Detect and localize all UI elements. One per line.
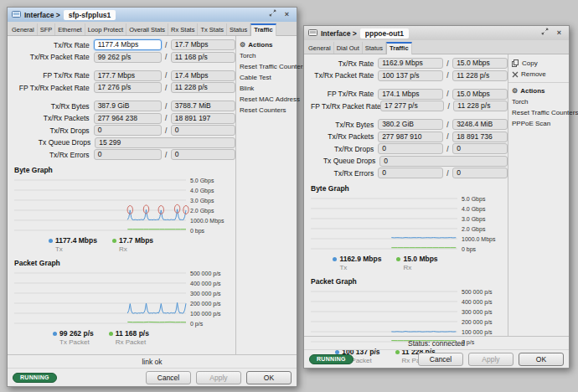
apply-button[interactable]: Apply [468,353,513,366]
packet-graph-title: Packet Graph [14,259,235,267]
ok-button[interactable]: OK [246,371,292,384]
action-reset-traffic-counters[interactable]: Reset Traffic Counters [236,61,297,72]
tab-status[interactable]: Status [363,42,386,54]
field-value-rx[interactable]: 17.4 Mbps [171,70,235,81]
action-blink[interactable]: Blink [236,83,297,94]
field-value-tx[interactable]: 380.2 GiB [378,119,442,130]
titlebar[interactable]: Interface > sfp-sfpplus1 × [8,8,297,22]
field-row-fp-tx-rx-packet-rate: FP Tx/Rx Packet Rate17 277 p/s/11 228 p/… [311,101,508,111]
cancel-button[interactable]: Cancel [146,371,191,384]
field-label: Tx Queue Drops [311,157,379,165]
axis-tick-label: 2.0 Gbps [462,226,486,233]
field-value-tx[interactable]: 387.9 GiB [94,101,162,111]
field-row-tx-rx-rate: Tx/Rx Rate1177.4 Mbps/17.7 Mbps [14,39,235,50]
byte-graph-section: Byte Graph 5.0 Gbps4.0 Gbps3.0 Gbps2.0 G… [311,184,508,271]
field-value-tx[interactable]: 174.1 Mbps [378,89,442,100]
slash-separator: / [443,90,453,98]
gear-icon: ⚙ [512,87,518,95]
side-item-copy[interactable]: Copy [508,58,569,69]
field-value-tx[interactable]: 0 [94,125,162,136]
field-value-tx[interactable]: 0 [378,143,442,154]
field-value-tx[interactable]: 17 276 p/s [94,82,162,93]
field-value-rx[interactable]: 11 228 p/s [452,70,508,81]
slash-separator: / [162,41,171,49]
action-reset-mac-address[interactable]: Reset MAC Address [236,94,297,105]
slash-separator: / [162,126,171,135]
field-value-rx[interactable]: 15.0 Mbps [452,89,508,100]
field-label: Tx/Rx Packet Rate [311,71,378,80]
field-value-rx[interactable]: 0 [171,149,235,160]
field-value-tx[interactable]: 177.7 Mbps [94,70,162,81]
slash-separator: / [443,121,453,129]
field-value-rx[interactable]: 3248.4 MiB [452,119,508,130]
tab-dial-out[interactable]: Dial Out [334,42,363,54]
tab-general[interactable]: General [9,23,38,35]
field-row-tx-rx-packets: Tx/Rx Packets277 964 238/18 891 197 [14,113,235,124]
slash-separator: / [162,114,171,122]
tab-tx-stats[interactable]: Tx Stats [198,23,227,35]
titlebar[interactable]: Interface > pppoe-out1 × [304,26,569,40]
field-row-tx-rx-packet-rate: Tx/Rx Packet Rate99 262 p/s/11 168 p/s [14,52,235,63]
tab-rx-stats[interactable]: Rx Stats [168,23,198,35]
action-torch[interactable]: Torch [236,50,297,61]
field-value-rx[interactable]: 11 228 p/s [171,82,235,93]
tab-sfp[interactable]: SFP [38,23,56,35]
field-value-rx[interactable]: 0 [171,125,235,136]
action-torch[interactable]: Torch [508,96,569,107]
field-value-tx[interactable]: 99 262 p/s [94,52,162,63]
rx-series-dot-icon [109,332,113,336]
traffic-graph-canvas: 500 000 p/s400 000 p/s300 000 p/s200 000… [14,269,234,328]
action-reset-traffic-counters[interactable]: Reset Traffic Counters [508,107,569,118]
field-value-tx[interactable]: 15 299 [95,137,235,148]
legend-item-rx-packet: 11 168 p/sRx Packet [109,329,149,346]
field-value-tx[interactable]: 17 277 p/s [380,101,444,111]
field-value-rx[interactable]: 15.0 Mbps [452,58,508,69]
field-value-tx[interactable]: 0 [94,149,162,160]
field-value-rx[interactable]: 18 891 197 [171,113,235,124]
tab-status[interactable]: Status [227,23,250,35]
tab-loop-protect[interactable]: Loop Protect [85,23,127,35]
field-value-tx[interactable]: 277 964 238 [94,113,162,124]
field-value-rx[interactable]: 18 891 736 [452,132,508,142]
side-item-remove[interactable]: Remove [508,69,569,80]
field-value-rx[interactable]: 11 228 p/s [453,101,508,111]
field-value-tx[interactable]: 277 987 910 [378,132,442,142]
axis-tick-label: 0 p/s [190,321,204,328]
legend-value: 99 262 p/s [59,329,94,338]
ok-button[interactable]: OK [519,353,564,366]
close-icon[interactable]: × [554,28,565,39]
tab-bar: GeneralDial OutStatusTraffic [304,40,569,54]
field-value-rx[interactable]: 0 [452,168,508,178]
field-value-tx[interactable]: 0 [379,156,508,167]
action-reset-counters[interactable]: Reset Counters [236,105,297,116]
tab-overall-stats[interactable]: Overall Stats [126,23,168,35]
apply-button[interactable]: Apply [196,371,241,384]
field-value-rx[interactable]: 3788.7 MiB [171,101,235,111]
detach-icon[interactable] [539,28,550,39]
tab-traffic[interactable]: Traffic [250,23,276,36]
field-value-rx[interactable]: 17.7 Mbps [171,39,235,50]
field-value-tx[interactable]: 100 137 p/s [378,70,442,81]
field-row-fp-tx-rx-rate: FP Tx/Rx Rate177.7 Mbps/17.4 Mbps [14,70,235,81]
field-value-tx[interactable]: 1162.9 Mbps [378,58,442,69]
field-row-fp-tx-rx-packet-rate: FP Tx/Rx Packet Rate17 276 p/s/11 228 p/… [14,82,235,93]
field-value-rx[interactable]: 0 [452,143,508,154]
field-value-rx[interactable]: 11 168 p/s [171,52,235,63]
desktop: Interface > sfp-sfpplus1 × GeneralSFPEth… [0,0,578,392]
field-value-tx[interactable]: 0 [378,168,442,178]
field-value-tx[interactable]: 1177.4 Mbps [94,39,162,50]
detach-icon[interactable] [267,9,278,20]
graph-legend: 99 262 p/sTx Packet11 168 p/sRx Packet [14,329,188,346]
action-pppoe-scan[interactable]: PPPoE Scan [508,118,569,129]
cancel-button[interactable]: Cancel [418,353,463,366]
legend-entry: 11 168 p/s [109,329,149,338]
side-panel: CopyRemove⚙ActionsTorchReset Traffic Cou… [508,54,569,336]
tab-general[interactable]: General [306,42,334,54]
tx-series-dot-icon [49,239,53,243]
connection-status-text: Status: connected [304,336,569,349]
action-cable-test[interactable]: Cable Test [236,72,297,83]
close-icon[interactable]: × [281,9,292,20]
tab-ethernet[interactable]: Ethernet [55,23,85,35]
tab-traffic[interactable]: Traffic [386,42,412,54]
slash-separator: / [443,169,453,178]
